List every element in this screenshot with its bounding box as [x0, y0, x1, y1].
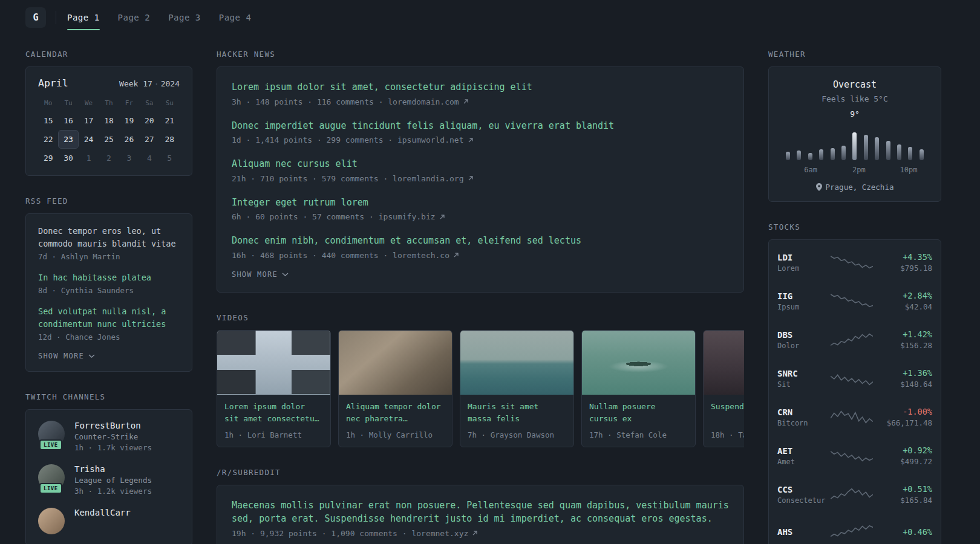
- stock-row[interactable]: DBSDolor+1.42%$156.28: [769, 320, 941, 359]
- dashboard: CALENDAR April Week 17·2024 MoTuWeThFrSa…: [0, 35, 980, 544]
- weather-bar: [920, 149, 924, 160]
- stock-row[interactable]: CCSConsectetur+0.51%$165.84: [769, 475, 941, 514]
- news-item-meta-text: 6h · 60 points · 57 comments · ipsumify.…: [232, 212, 436, 221]
- news-item-title[interactable]: Lorem ipsum dolor sit amet, consectetur …: [232, 80, 729, 94]
- video-card[interactable]: Lorem ipsum dolor sit amet consectetu…1h…: [217, 330, 331, 447]
- news-item-title[interactable]: Aliquam nec cursus elit: [232, 157, 729, 171]
- twitch-card: LIVEForrestBurtonCounter-Strike1h · 1.7k…: [25, 409, 192, 544]
- video-title: Lorem ipsum dolor sit amet consectetu…: [224, 401, 323, 425]
- weather-location-row: Prague, Czechia: [779, 183, 931, 192]
- video-card[interactable]: Suspendisse diam18h · Tara: [703, 330, 744, 447]
- stock-row[interactable]: SNRCSit+1.36%$148.64: [769, 359, 941, 398]
- avatar-wrap: LIVE: [38, 421, 66, 447]
- stock-name: Amet: [777, 458, 827, 466]
- calendar-day[interactable]: 25: [99, 130, 119, 149]
- video-meta: 17h · Stefan Cole: [589, 430, 688, 439]
- calendar-day[interactable]: 4: [139, 149, 159, 167]
- calendar-day-header: Mo: [38, 99, 58, 107]
- calendar-day[interactable]: 29: [38, 149, 58, 167]
- hackernews-list: Lorem ipsum dolor sit amet, consectetur …: [232, 80, 729, 260]
- rss-item-title[interactable]: Donec tempor eros leo, ut commodo mauris…: [38, 225, 180, 250]
- tab-page-4[interactable]: Page 4: [219, 0, 252, 35]
- stock-row[interactable]: AHS+0.46%: [769, 514, 941, 544]
- news-item-title[interactable]: Donec enim nibh, condimentum et accumsan…: [232, 234, 729, 248]
- calendar-card: April Week 17·2024 MoTuWeThFrSaSu 151617…: [25, 66, 192, 176]
- calendar-day-header: Fr: [119, 99, 139, 107]
- stock-symbol: IIG: [777, 291, 827, 301]
- weather-bar: [864, 135, 868, 160]
- news-item: Lorem ipsum dolor sit amet, consectetur …: [232, 80, 729, 106]
- calendar-day[interactable]: 19: [119, 111, 139, 130]
- calendar-day[interactable]: 17: [79, 111, 99, 130]
- stock-sparkline: [831, 485, 873, 504]
- stock-sparkline: [831, 447, 873, 465]
- video-card[interactable]: Mauris sit amet massa felis7h · Grayson …: [460, 330, 574, 447]
- stock-info: DBSDolor: [777, 330, 827, 350]
- stock-row[interactable]: IIGIpsum+2.84%$42.04: [769, 282, 941, 320]
- calendar-day[interactable]: 28: [160, 130, 180, 149]
- stock-info: AETAmet: [777, 446, 827, 466]
- stock-values: +1.36%$148.64: [877, 368, 932, 389]
- twitch-channel-category: Counter-Strike: [74, 432, 152, 441]
- calendar-day[interactable]: 2: [99, 149, 119, 167]
- stock-name: Bitcorn: [777, 419, 827, 427]
- twitch-channel-row[interactable]: LIVETrishaLeague of Legends3h · 1.2k vie…: [38, 464, 180, 496]
- calendar-day-selected[interactable]: 23: [58, 130, 78, 149]
- calendar-day[interactable]: 27: [139, 130, 159, 149]
- calendar-day[interactable]: 20: [139, 111, 159, 130]
- video-card[interactable]: Nullam posuere cursus ex17h · Stefan Col…: [581, 330, 696, 447]
- stock-row[interactable]: LDILorem+4.35%$795.18: [769, 243, 941, 282]
- news-item-title[interactable]: Maecenas mollis pulvinar erat non posuer…: [232, 499, 729, 526]
- weather-section-title: WEATHER: [768, 50, 941, 59]
- calendar-day[interactable]: 21: [160, 111, 180, 130]
- chevron-down-icon: [282, 273, 289, 276]
- video-meta: 1h · Lori Barnett: [224, 430, 323, 439]
- video-meta: 7h · Grayson Dawson: [468, 430, 566, 439]
- video-card-body: Aliquam tempor dolor nec pharetra…1h · M…: [339, 395, 452, 447]
- weather-bar: [797, 151, 801, 160]
- video-card[interactable]: Aliquam tempor dolor nec pharetra…1h · M…: [338, 330, 452, 447]
- calendar-day[interactable]: 22: [38, 130, 58, 149]
- hackernews-show-more-button[interactable]: SHOW MORE: [232, 270, 729, 279]
- stock-row[interactable]: CRNBitcorn-1.00%$66,171.48: [769, 398, 941, 436]
- calendar-day[interactable]: 1: [79, 149, 99, 167]
- rss-show-more-button[interactable]: SHOW MORE: [38, 352, 180, 360]
- stocks-card: LDILorem+4.35%$795.18IIGIpsum+2.84%$42.0…: [768, 239, 941, 544]
- calendar-day[interactable]: 18: [99, 111, 119, 130]
- stock-name: Consectetur: [777, 496, 827, 505]
- tab-page-3[interactable]: Page 3: [168, 0, 201, 35]
- stock-row[interactable]: AETAmet+0.92%$499.72: [769, 436, 941, 475]
- calendar-day[interactable]: 3: [119, 149, 139, 167]
- stock-price: $156.28: [877, 341, 932, 350]
- stock-name: Dolor: [777, 342, 827, 350]
- calendar-day[interactable]: 30: [58, 149, 78, 167]
- calendar-day-header: Tu: [58, 99, 78, 107]
- news-item-title[interactable]: Donec imperdiet augue tincidunt felis al…: [232, 119, 729, 133]
- rss-item-title[interactable]: Sed volutpat nulla nisl, a condimentum n…: [38, 305, 180, 331]
- avatar: [38, 508, 65, 534]
- calendar-day[interactable]: 24: [79, 130, 99, 149]
- calendar-day[interactable]: 5: [160, 149, 180, 167]
- rss-list: Donec tempor eros leo, ut commodo mauris…: [38, 225, 180, 342]
- calendar-day[interactable]: 26: [119, 130, 139, 149]
- weather-card: Overcast Feels like 5°C 9° 6am2pm10pm Pr…: [768, 66, 941, 202]
- twitch-channel-row[interactable]: KendallCarr: [38, 508, 180, 534]
- calendar-widget: CALENDAR April Week 17·2024 MoTuWeThFrSa…: [25, 50, 192, 176]
- tab-page-2[interactable]: Page 2: [118, 0, 151, 35]
- weather-bar: [786, 152, 790, 160]
- calendar-day-header: Sa: [139, 99, 159, 107]
- rss-item: Donec tempor eros leo, ut commodo mauris…: [38, 225, 180, 261]
- news-item-meta-text: 16h · 468 points · 440 comments · loremt…: [232, 251, 449, 260]
- rss-item: In hac habitasse platea8d · Cynthia Saun…: [38, 271, 180, 295]
- tab-page-1[interactable]: Page 1: [67, 0, 100, 35]
- calendar-day[interactable]: 15: [38, 111, 58, 130]
- news-item-meta: 1d · 1,414 points · 299 comments · ipsum…: [232, 135, 729, 144]
- calendar-day[interactable]: 16: [58, 111, 78, 130]
- app-logo[interactable]: G: [25, 7, 46, 28]
- twitch-channel-row[interactable]: LIVEForrestBurtonCounter-Strike1h · 1.7k…: [38, 421, 180, 452]
- calendar-day-header: Th: [99, 99, 119, 107]
- avatar-wrap: LIVE: [38, 464, 66, 491]
- weather-bar: [908, 147, 912, 160]
- news-item-title[interactable]: Integer eget rutrum lorem: [232, 196, 729, 210]
- rss-item-title[interactable]: In hac habitasse platea: [38, 271, 180, 284]
